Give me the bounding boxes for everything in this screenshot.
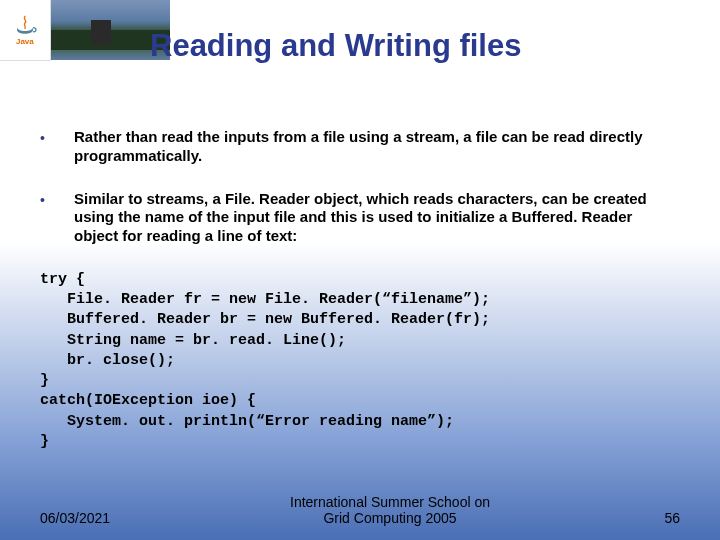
footer-center-line1: International Summer School on xyxy=(290,494,490,510)
footer: 06/03/2021 International Summer School o… xyxy=(40,494,680,526)
footer-date: 06/03/2021 xyxy=(40,510,160,526)
bullet-marker-icon: • xyxy=(40,190,74,246)
bullet-item: • Rather than read the inputs from a fil… xyxy=(40,128,680,166)
bullet-item: • Similar to streams, a File. Reader obj… xyxy=(40,190,680,246)
java-logo: Java xyxy=(0,0,51,61)
footer-page-number: 56 xyxy=(620,510,680,526)
java-logo-text: Java xyxy=(16,37,34,46)
bullet-marker-icon: • xyxy=(40,128,74,166)
code-block: try { File. Reader fr = new File. Reader… xyxy=(40,270,680,452)
slide-body: • Rather than read the inputs from a fil… xyxy=(40,128,680,452)
bullet-text: Similar to streams, a File. Reader objec… xyxy=(74,190,680,246)
slide-title: Reading and Writing files xyxy=(150,28,690,64)
bullet-text: Rather than read the inputs from a file … xyxy=(74,128,680,166)
slide: Java Reading and Writing files • Rather … xyxy=(0,0,720,540)
java-cup-icon xyxy=(11,15,39,35)
footer-center: International Summer School on Grid Comp… xyxy=(160,494,620,526)
footer-center-line2: Grid Computing 2005 xyxy=(323,510,456,526)
header-logo-bar: Java xyxy=(0,0,170,60)
